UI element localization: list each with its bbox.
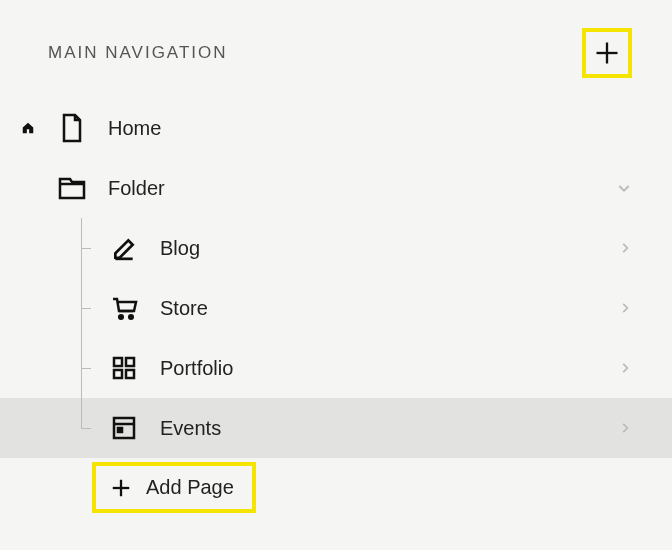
nav-item-folder[interactable]: Folder <box>0 158 672 218</box>
svg-rect-6 <box>114 358 122 366</box>
add-page-row: Add Page <box>92 462 672 513</box>
svg-point-4 <box>119 315 123 319</box>
nav-item-blog[interactable]: Blog <box>0 218 672 278</box>
plus-icon <box>593 39 621 67</box>
nav-item-label: Events <box>160 417 618 440</box>
nav-item-label: Store <box>160 297 618 320</box>
grid-icon <box>108 352 140 384</box>
nav-list: Home Folder Blog <box>0 98 672 458</box>
nav-item-label: Blog <box>160 237 618 260</box>
nav-header: MAIN NAVIGATION <box>0 0 672 98</box>
nav-item-store[interactable]: Store <box>0 278 672 338</box>
pen-icon <box>108 232 140 264</box>
nav-header-title: MAIN NAVIGATION <box>48 43 228 63</box>
svg-rect-8 <box>114 370 122 378</box>
add-page-label: Add Page <box>146 476 234 499</box>
svg-rect-12 <box>118 428 122 432</box>
chevron-down-icon <box>616 180 632 196</box>
nav-item-label: Portfolio <box>160 357 618 380</box>
calendar-icon <box>108 412 140 444</box>
svg-rect-7 <box>126 358 134 366</box>
svg-rect-9 <box>126 370 134 378</box>
nav-item-home[interactable]: Home <box>0 98 672 158</box>
plus-icon <box>110 477 132 499</box>
cart-icon <box>108 292 140 324</box>
folder-icon <box>56 172 88 204</box>
nav-item-label: Folder <box>108 177 616 200</box>
add-page-button[interactable]: Add Page <box>92 462 256 513</box>
svg-point-5 <box>129 315 133 319</box>
add-navigation-button[interactable] <box>582 28 632 78</box>
chevron-right-icon <box>618 420 632 436</box>
nav-item-label: Home <box>108 117 632 140</box>
page-icon <box>56 112 88 144</box>
nav-item-portfolio[interactable]: Portfolio <box>0 338 672 398</box>
nav-item-events[interactable]: Events <box>0 398 672 458</box>
chevron-right-icon <box>618 240 632 256</box>
chevron-right-icon <box>618 300 632 316</box>
home-marker-icon <box>18 121 38 135</box>
chevron-right-icon <box>618 360 632 376</box>
